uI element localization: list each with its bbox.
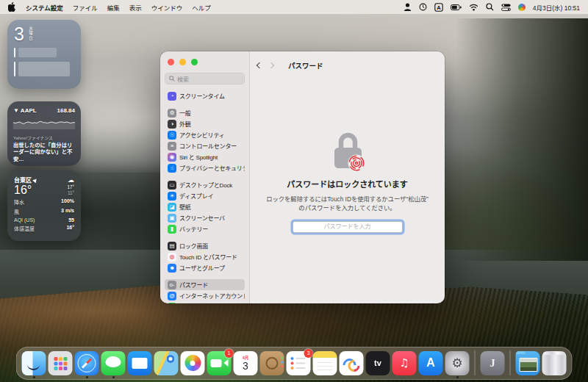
dock-freeform[interactable]	[340, 351, 364, 375]
forward-button[interactable]	[268, 62, 274, 68]
dock-mail[interactable]	[128, 351, 152, 375]
sidebar-item[interactable]: ◪壁紙	[165, 201, 245, 212]
sidebar-item[interactable]: ▭デスクトップとDock	[165, 179, 245, 190]
dock-appstore[interactable]	[419, 351, 443, 375]
appstore-icon	[419, 351, 443, 375]
dock-facetime[interactable]: 1	[207, 351, 232, 375]
sidebar-item[interactable]: ☝プライバシーとセキュリティ	[165, 162, 245, 173]
battery-icon: ▮	[168, 225, 176, 234]
sidebar-item[interactable]: ≡コントロールセンター	[165, 140, 245, 151]
page-title: パスワード	[288, 60, 323, 71]
settings-icon	[445, 351, 470, 375]
calendar-icon: 4月3	[234, 351, 258, 375]
control-center-icon[interactable]	[501, 4, 511, 11]
dock-safari[interactable]	[75, 351, 99, 375]
touch-id-icon: ◍	[168, 253, 176, 262]
dock-calendar[interactable]: 4月3	[234, 351, 258, 375]
sidebar-item-label: パスワード	[179, 281, 208, 289]
sidebar-item[interactable]: ▮バッテリー	[165, 223, 245, 234]
sidebar-item[interactable]: @インターネットアカウント	[165, 290, 245, 301]
sidebar-item-label: 壁紙	[179, 203, 191, 211]
lock-screen-icon: ▤	[168, 242, 176, 251]
sidebar-item-label: インターネットアカウント	[179, 292, 245, 300]
clock-icon[interactable]	[419, 3, 427, 11]
wallpaper-icon: ◪	[168, 203, 176, 212]
sidebar-item[interactable]: ▤ロック画面	[165, 240, 245, 251]
settings-sidebar: 検索 ◔スクリーンタイム⚙一般◑外観☉アクセシビリティ≡コントロールセンター◉S…	[160, 51, 250, 303]
close-button[interactable]	[168, 59, 174, 65]
weather-row: 降水100%	[14, 198, 74, 206]
sidebar-item[interactable]: o-パスワード	[165, 279, 245, 290]
dock-messages[interactable]	[101, 351, 126, 375]
sidebar-item-label: スクリーンタイム	[179, 92, 225, 100]
stock-price: 168.84	[57, 107, 75, 114]
menu-item[interactable]: 編集	[107, 3, 120, 12]
dock-notes[interactable]	[313, 351, 337, 375]
spotlight-search-icon[interactable]	[486, 3, 494, 11]
sidebar-item-label: Touch ID とパスワード	[179, 253, 237, 261]
sidebar-item[interactable]: ☀ディスプレイ	[165, 190, 245, 201]
dock-finder[interactable]	[22, 351, 46, 375]
menu-item[interactable]: 表示	[129, 3, 142, 12]
weather-widget[interactable]: 台東区 ☁ 16° 17°11° 降水100%風3 m/sAQI (US)55体…	[7, 170, 81, 241]
sidebar-item[interactable]	[165, 301, 245, 303]
dock-maps[interactable]	[154, 351, 179, 375]
calendar-day: 3	[14, 25, 24, 43]
stock-sparkline	[13, 116, 75, 129]
dock-settings[interactable]	[445, 351, 470, 375]
multicolor-orb-icon[interactable]	[518, 4, 526, 11]
search-placeholder: 検索	[177, 75, 189, 83]
dock-photos[interactable]	[181, 351, 205, 375]
apple-menu-icon[interactable]	[8, 2, 16, 12]
user-switching-icon[interactable]	[404, 3, 412, 12]
sidebar-item[interactable]: ◔スクリーンタイム	[165, 90, 245, 101]
dock-contacts[interactable]	[260, 351, 284, 375]
dock-jfolder[interactable]: J	[481, 351, 505, 375]
dock-reminders[interactable]: 3	[287, 351, 311, 375]
maps-icon	[154, 351, 179, 375]
menu-bar-clock[interactable]: 4月3日(水) 10:51	[533, 3, 580, 12]
sidebar-item[interactable]: ◉Siri と Spotlight	[165, 151, 245, 162]
zoom-button[interactable]	[191, 59, 198, 65]
battery-icon[interactable]	[451, 4, 462, 10]
menu-item[interactable]: ウインドウ	[151, 3, 183, 12]
sidebar-item[interactable]: ☉アクセシビリティ	[165, 129, 245, 140]
sidebar-item-label: アクセシビリティ	[179, 131, 225, 139]
photos-icon	[181, 351, 205, 375]
sidebar-search-field[interactable]: 検索	[165, 73, 245, 84]
sidebar-item[interactable]: ◑外観	[165, 118, 245, 129]
sidebar-item-label: デスクトップとDock	[179, 181, 232, 189]
desktop-dock-icon: ▭	[168, 181, 176, 190]
dock-items: 14月33tvJ	[22, 350, 567, 375]
dock-music[interactable]	[392, 351, 417, 375]
sidebar-item[interactable]: ◍Touch ID とパスワード	[165, 251, 245, 262]
wifi-icon[interactable]	[469, 4, 478, 11]
menu-item[interactable]: システム設定	[26, 3, 63, 12]
back-button[interactable]	[257, 62, 262, 68]
dock-trash[interactable]	[542, 351, 567, 375]
sidebar-item[interactable]: ▣スクリーンセーバ	[165, 212, 245, 223]
sidebar-item[interactable]: ⚙一般	[165, 107, 245, 118]
calendar-widget[interactable]: 3水曜日	[7, 20, 81, 89]
menu-item[interactable]: ヘルプ	[192, 3, 211, 12]
sidebar-list: ◔スクリーンタイム⚙一般◑外観☉アクセシビリティ≡コントロールセンター◉Siri…	[165, 90, 245, 303]
running-indicator	[86, 376, 88, 378]
input-source-icon[interactable]: A	[434, 3, 443, 12]
weather-temp: 16°	[14, 184, 32, 197]
minimize-button[interactable]	[179, 59, 186, 65]
stock-headline: 出世したのに「自分はリーダーに向かない」と不安…	[13, 142, 75, 162]
menu-item[interactable]: ファイル	[73, 3, 98, 12]
weather-rows: 降水100%風3 m/sAQI (US)55体感温度16°	[14, 198, 74, 231]
dock-downloads-folder[interactable]	[516, 351, 540, 375]
running-indicator	[112, 376, 115, 378]
appearance-icon: ◑	[168, 120, 176, 129]
sidebar-item[interactable]: ☻ユーザとグループ	[165, 262, 245, 273]
dock-launchpad[interactable]	[49, 351, 73, 375]
jfolder-icon: J	[481, 351, 505, 375]
sidebar-item-label: Siri と Spotlight	[179, 153, 218, 161]
search-icon	[169, 76, 175, 82]
dock-appletv[interactable]: tv	[366, 351, 390, 375]
users-groups-icon: ☻	[168, 264, 176, 273]
stock-widget[interactable]: ▼ AAPL 168.84 Yahoo!ファイナンス 出世したのに「自分はリーダ…	[7, 101, 81, 166]
password-input[interactable]	[293, 221, 403, 233]
